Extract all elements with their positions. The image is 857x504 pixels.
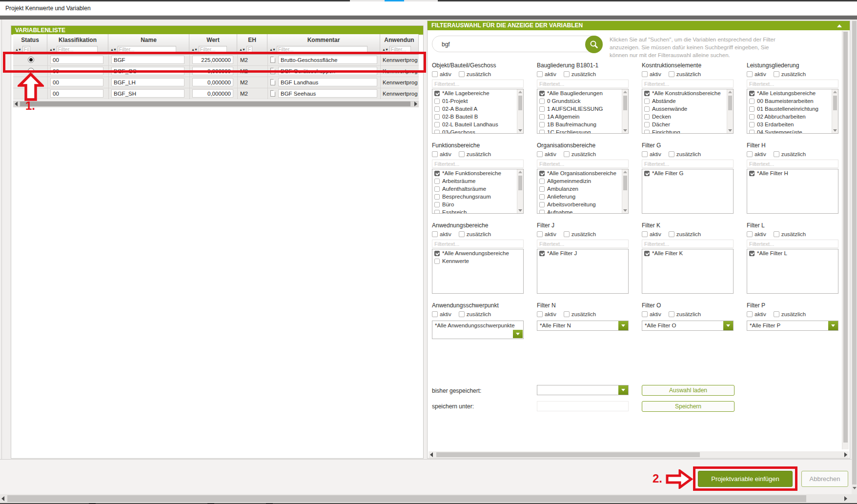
filtertext-input-filter-g[interactable] bbox=[642, 160, 734, 168]
item-checkbox[interactable] bbox=[539, 202, 545, 207]
list-vscrollbar[interactable] bbox=[832, 89, 838, 133]
filtertext-input-funktionsbereiche[interactable] bbox=[432, 160, 524, 168]
filterpanel-vscrollbar-thumb[interactable] bbox=[843, 32, 848, 443]
list-item[interactable]: 1 AUFSCHLIESSUNG bbox=[537, 105, 628, 113]
scroll-up-icon[interactable] bbox=[623, 91, 627, 93]
item-checkbox[interactable] bbox=[644, 99, 650, 104]
item-checkbox[interactable] bbox=[434, 171, 440, 176]
auswahl-laden-button[interactable]: Auswahl laden bbox=[642, 385, 735, 396]
cell-klassifikation[interactable]: 00 bbox=[50, 89, 103, 98]
table-row[interactable]: 00BGF_LH0,000000M2BGF LandhausKennwertpr… bbox=[13, 77, 419, 88]
sort-arrows-icon[interactable]: ▲▼ bbox=[110, 48, 116, 51]
item-checkbox[interactable] bbox=[434, 186, 440, 192]
list-item[interactable]: Aussenwände bbox=[642, 105, 733, 113]
dropdown-arrow-icon[interactable] bbox=[618, 321, 628, 330]
zusaetzlich-checkbox[interactable] bbox=[459, 151, 465, 157]
scroll-up-icon[interactable] bbox=[833, 91, 837, 93]
scroll-right-icon[interactable] bbox=[844, 496, 847, 501]
item-checkbox[interactable] bbox=[644, 130, 650, 134]
list-item[interactable]: 1B Baufreimachung bbox=[537, 121, 628, 128]
filtertext-input-baugliederung-b1801-1[interactable] bbox=[537, 80, 629, 88]
list-item[interactable]: *Alle Lagebereiche bbox=[432, 89, 523, 97]
list-vscrollbar-thumb[interactable] bbox=[518, 176, 522, 190]
scroll-right-icon[interactable] bbox=[414, 101, 417, 106]
filter-combo-filter-n[interactable]: *Alle Filter N bbox=[537, 321, 629, 331]
bisher-gespeichert-dropdown[interactable] bbox=[537, 385, 629, 395]
scroll-up-icon[interactable] bbox=[518, 171, 522, 173]
list-item[interactable]: Abstände bbox=[642, 97, 733, 105]
list-vscrollbar-thumb[interactable] bbox=[518, 96, 522, 110]
item-checkbox[interactable] bbox=[539, 122, 545, 127]
cell-name[interactable]: BGF_SH bbox=[111, 89, 184, 98]
scroll-down-icon[interactable] bbox=[728, 129, 732, 132]
item-checkbox[interactable] bbox=[539, 194, 545, 200]
list-item[interactable]: Büro bbox=[432, 201, 523, 208]
scroll-down-icon[interactable] bbox=[623, 209, 627, 212]
item-checkbox[interactable] bbox=[644, 91, 650, 96]
zusaetzlich-checkbox[interactable] bbox=[774, 311, 779, 317]
item-checkbox[interactable] bbox=[434, 259, 440, 264]
zusaetzlich-checkbox[interactable] bbox=[459, 71, 465, 77]
dropdown-arrow-icon[interactable] bbox=[618, 385, 628, 395]
item-checkbox[interactable] bbox=[539, 106, 545, 112]
list-item[interactable]: Decken bbox=[642, 113, 733, 121]
list-item[interactable]: 1A Allgemein bbox=[537, 113, 628, 121]
filtertext-input-objekt-bauteil-geschoss[interactable] bbox=[432, 80, 524, 88]
list-item[interactable]: *Alle Anwendungsbereiche bbox=[432, 249, 523, 257]
list-item[interactable]: Besprechungsraum bbox=[432, 193, 523, 201]
scroll-down-icon[interactable] bbox=[853, 487, 857, 489]
zusaetzlich-checkbox[interactable] bbox=[669, 151, 674, 157]
list-vscrollbar-thumb[interactable] bbox=[728, 96, 732, 110]
list-item[interactable]: *Alle Organisationsbereiche bbox=[537, 169, 628, 177]
scroll-down-icon[interactable] bbox=[623, 129, 627, 132]
dropdown-arrow-icon[interactable] bbox=[828, 321, 838, 330]
cell-wert[interactable]: 0,000000 bbox=[192, 89, 233, 98]
zusaetzlich-checkbox[interactable] bbox=[564, 151, 570, 157]
search-input[interactable] bbox=[441, 40, 574, 49]
item-checkbox[interactable] bbox=[434, 251, 440, 256]
zusaetzlich-checkbox[interactable] bbox=[774, 71, 779, 77]
zusaetzlich-checkbox[interactable] bbox=[669, 71, 674, 77]
scroll-right-icon[interactable] bbox=[844, 452, 847, 457]
item-checkbox[interactable] bbox=[434, 91, 440, 96]
aktiv-checkbox[interactable] bbox=[642, 71, 648, 77]
cell-kommentar[interactable]: BGF Landhaus bbox=[278, 78, 377, 86]
scroll-left-icon[interactable] bbox=[430, 452, 433, 457]
aktiv-checkbox[interactable] bbox=[642, 151, 648, 157]
scroll-left-icon[interactable] bbox=[15, 101, 18, 106]
collapse-panel-icon[interactable] bbox=[837, 24, 842, 27]
item-checkbox[interactable] bbox=[749, 114, 755, 120]
list-item[interactable]: *Alle Filter L bbox=[747, 249, 838, 257]
item-checkbox[interactable] bbox=[539, 179, 545, 184]
window-hscrollbar-thumb[interactable] bbox=[7, 495, 806, 502]
aktiv-checkbox[interactable] bbox=[747, 311, 753, 317]
item-checkbox[interactable] bbox=[749, 91, 755, 96]
list-item[interactable]: *Alle Konstruktionsbereiche bbox=[642, 89, 733, 97]
list-item[interactable]: 02-A Bauteil A bbox=[432, 105, 523, 113]
item-checkbox[interactable] bbox=[644, 106, 650, 112]
window-hscrollbar[interactable] bbox=[0, 494, 857, 503]
item-checkbox[interactable] bbox=[539, 186, 545, 192]
aktiv-checkbox[interactable] bbox=[537, 311, 543, 317]
scroll-up-icon[interactable] bbox=[623, 171, 627, 173]
item-checkbox[interactable] bbox=[434, 99, 440, 104]
item-checkbox[interactable] bbox=[644, 122, 650, 127]
list-item[interactable]: 00 Baumeisterarbeiten bbox=[747, 97, 838, 105]
list-item[interactable]: 02-B Bauteil B bbox=[432, 113, 523, 121]
list-item[interactable]: 03 Erdarbeiten bbox=[747, 121, 838, 128]
list-item[interactable]: Dächer bbox=[642, 121, 733, 128]
abbrechen-button[interactable]: Abbrechen bbox=[801, 471, 848, 487]
table-row[interactable]: 00BGF_SH0,000000M2BGF SeehausKennwertpro… bbox=[13, 88, 419, 100]
list-item[interactable]: *Alle Filter H bbox=[747, 169, 838, 177]
item-checkbox[interactable] bbox=[644, 114, 650, 120]
zusaetzlich-checkbox[interactable] bbox=[774, 231, 779, 237]
item-checkbox[interactable] bbox=[539, 251, 545, 256]
list-item[interactable]: 02 Abbrucharbeiten bbox=[747, 113, 838, 121]
zusaetzlich-checkbox[interactable] bbox=[564, 311, 570, 317]
item-checkbox[interactable] bbox=[539, 130, 545, 134]
cell-name[interactable]: BGF_LH bbox=[111, 78, 184, 86]
list-item[interactable]: Ambulanzen bbox=[537, 185, 628, 193]
list-vscrollbar[interactable] bbox=[622, 89, 628, 133]
item-checkbox[interactable] bbox=[749, 99, 755, 104]
list-item[interactable]: Arbeitsräume bbox=[432, 177, 523, 185]
